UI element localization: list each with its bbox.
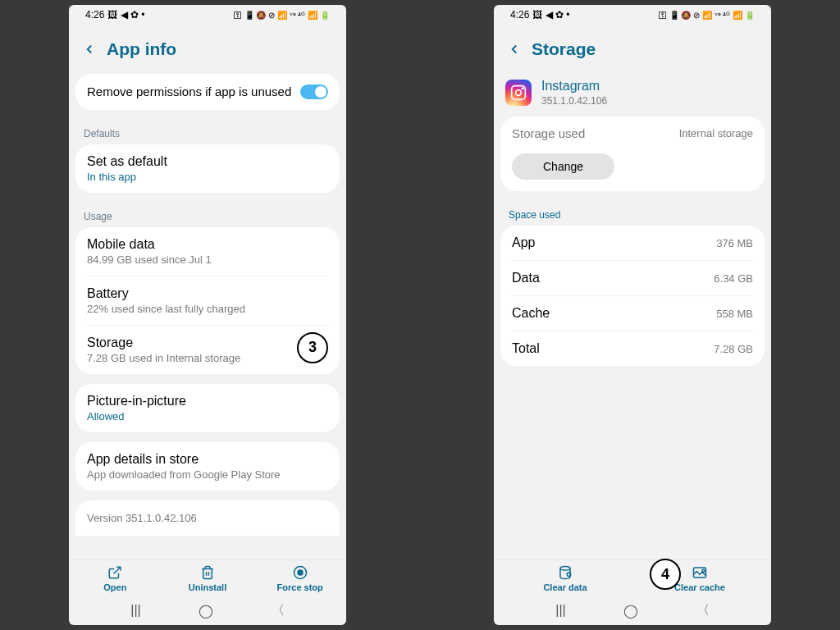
status-icons-left: 🖼 ◀ ✿ • [107, 9, 144, 21]
storage-title: Storage [87, 336, 290, 350]
details-row[interactable]: App details in store App downloaded from… [75, 442, 340, 491]
uninstall-button[interactable]: Uninstall [162, 565, 254, 592]
storage-used-card: Storage used Internal storage Change [500, 116, 765, 191]
app-size-row: App 376 MB [500, 226, 765, 260]
data-size-value: 6.34 GB [714, 272, 753, 285]
mobile-data-title: Mobile data [87, 237, 328, 252]
instagram-icon [505, 80, 532, 106]
back-button[interactable]: 〈 [696, 602, 710, 619]
remove-perms-card: Remove permissions if app is unused [75, 74, 340, 110]
storage-used-location: Internal storage [679, 127, 753, 139]
details-sub: App downloaded from Google Play Store [87, 468, 328, 481]
storage-row[interactable]: Storage 7.28 GB used in Internal storage… [75, 326, 340, 374]
navbar: ||| ◯ 〈 [494, 596, 771, 625]
pip-title: Picture-in-picture [87, 394, 328, 409]
mobile-data-row[interactable]: Mobile data 84.99 GB used since Jul 1 [75, 227, 340, 276]
navbar: ||| ◯ 〈 [69, 596, 346, 625]
open-icon [107, 565, 122, 580]
svg-point-6 [516, 90, 522, 96]
status-icons-right: ⚿ 📱 🔕 ⊘ 📶 ᵛᵒ ⁴ᴳ 📶 🔋 [234, 11, 330, 20]
data-size-row: Data 6.34 GB [500, 261, 765, 295]
space-used-label: Space used [500, 201, 765, 226]
app-size-label: App [512, 235, 535, 250]
open-button[interactable]: Open [69, 565, 162, 592]
force-stop-button[interactable]: Force stop [253, 565, 346, 592]
defaults-section-label: Defaults [75, 120, 340, 144]
storage-sub: 7.28 GB used in Internal storage [87, 352, 290, 364]
phone-left: 4:26 🖼 ◀ ✿ • ⚿ 📱 🔕 ⊘ 📶 ᵛᵒ ⁴ᴳ 📶 🔋 App inf… [69, 5, 346, 625]
home-button[interactable]: ◯ [199, 603, 213, 619]
set-default-row[interactable]: Set as default In this app [75, 144, 340, 193]
stop-icon [293, 565, 308, 580]
details-card: App details in store App downloaded from… [75, 442, 340, 491]
clear-cache-icon [692, 565, 707, 580]
phone-right: 4:26 🖼 ◀ ✿ • ⚿ 📱 🔕 ⊘ 📶 ᵛᵒ ⁴ᴳ 📶 🔋 Storage… [494, 5, 771, 625]
battery-title: Battery [87, 286, 328, 301]
app-size-value: 376 MB [716, 237, 753, 249]
battery-sub: 22% used since last fully charged [87, 303, 328, 315]
status-icons-right: ⚿ 📱 🔕 ⊘ 📶 ᵛᵒ ⁴ᴳ 📶 🔋 [659, 11, 755, 20]
back-button[interactable]: 〈 [272, 602, 285, 619]
usage-section-label: Usage [75, 203, 340, 227]
trash-icon [200, 565, 215, 580]
page-title: App info [107, 39, 176, 59]
storage-step-badge: 3 [297, 332, 328, 363]
recents-button[interactable]: ||| [555, 603, 565, 618]
svg-point-8 [560, 567, 570, 571]
details-title: App details in store [87, 452, 328, 467]
pip-sub: Allowed [87, 410, 328, 422]
open-label: Open [103, 582, 126, 592]
change-button[interactable]: Change [512, 153, 614, 180]
remove-perms-toggle[interactable] [300, 84, 328, 99]
svg-point-9 [567, 573, 571, 577]
clear-data-icon [558, 565, 573, 580]
storage-used-row: Storage used Internal storage [500, 116, 765, 150]
clear-data-button[interactable]: Clear data [527, 565, 604, 592]
force-stop-label: Force stop [277, 582, 323, 592]
header: App info [69, 25, 346, 74]
svg-line-0 [114, 567, 121, 573]
set-default-sub: In this app [87, 171, 328, 183]
battery-row[interactable]: Battery 22% used since last fully charge… [75, 276, 340, 325]
total-size-value: 7.28 GB [714, 343, 753, 355]
home-button[interactable]: ◯ [623, 603, 638, 619]
version-card: Version 351.1.0.42.106 [75, 500, 340, 536]
remove-perms-row[interactable]: Remove permissions if app is unused [75, 74, 340, 110]
status-time: 4:26 [510, 9, 529, 21]
recents-button[interactable]: ||| [130, 603, 140, 618]
content-scroll[interactable]: Remove permissions if app is unused Defa… [69, 74, 346, 559]
bottom-actions: Clear data Clear cache 4 [494, 559, 771, 596]
app-header: Instagram 351.1.0.42.106 [494, 74, 771, 116]
space-used-card: App 376 MB Data 6.34 GB Cache 558 MB Tot… [500, 226, 765, 366]
cache-size-value: 558 MB [716, 308, 753, 320]
clear-cache-label: Clear cache [674, 582, 725, 592]
statusbar: 4:26 🖼 ◀ ✿ • ⚿ 📱 🔕 ⊘ 📶 ᵛᵒ ⁴ᴳ 📶 🔋 [69, 5, 346, 25]
remove-perms-label: Remove permissions if app is unused [87, 84, 300, 100]
uninstall-label: Uninstall [189, 582, 226, 592]
status-icons-left: 🖼 ◀ ✿ • [532, 9, 569, 21]
total-size-label: Total [512, 341, 540, 356]
status-time: 4:26 [85, 9, 104, 21]
set-default-title: Set as default [87, 154, 328, 169]
pip-row[interactable]: Picture-in-picture Allowed [75, 384, 340, 432]
back-icon[interactable] [507, 42, 522, 57]
cache-size-label: Cache [512, 306, 550, 321]
bottom-actions: Open Uninstall Force stop [69, 559, 346, 596]
clear-cache-step-badge: 4 [650, 559, 681, 590]
svg-point-7 [522, 88, 523, 89]
data-size-label: Data [512, 271, 540, 285]
app-name: Instagram [541, 79, 607, 94]
statusbar: 4:26 🖼 ◀ ✿ • ⚿ 📱 🔕 ⊘ 📶 ᵛᵒ ⁴ᴳ 📶 🔋 [494, 5, 771, 25]
pip-card: Picture-in-picture Allowed [75, 384, 340, 432]
content-scroll[interactable]: Storage used Internal storage Change Spa… [494, 116, 771, 559]
app-version: 351.1.0.42.106 [541, 95, 607, 107]
defaults-card: Set as default In this app [75, 144, 340, 193]
back-icon[interactable] [82, 42, 97, 57]
mobile-data-sub: 84.99 GB used since Jul 1 [87, 253, 328, 266]
clear-data-label: Clear data [543, 582, 587, 592]
storage-used-label: Storage used [512, 126, 585, 140]
header: Storage [494, 25, 771, 74]
svg-point-4 [298, 570, 303, 575]
usage-card: Mobile data 84.99 GB used since Jul 1 Ba… [75, 227, 340, 374]
total-size-row: Total 7.28 GB [500, 331, 765, 366]
